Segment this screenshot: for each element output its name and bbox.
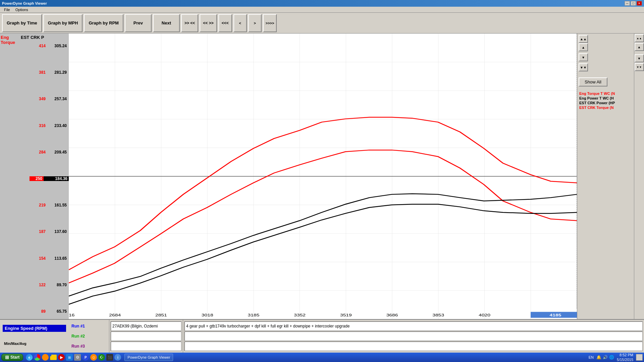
bottom-area: Engine Speed (RPM) Min/Max/Avg Run #1 Ru… [0,319,644,353]
run3-id[interactable]: Run #3 [70,342,108,351]
legend-est-crk-power[interactable]: EST CRK Power (HP [579,101,615,105]
menu-bar: File Options [0,7,644,13]
legend-eng-power[interactable]: Eng Power T WC (H [579,96,615,101]
run2-name[interactable] [111,331,181,341]
graph-by-rpm-button[interactable]: Graph by RPM [84,14,123,32]
taskbar-date: 5/15/2015 [617,357,633,362]
maximize-button[interactable]: □ [631,1,636,6]
scroll-down-button[interactable]: ▼ [579,53,588,61]
title-bar: PowerDyne Graph Viewer ─ □ ✕ [0,0,644,7]
run2-desc[interactable] [184,331,643,341]
graph-area: Eng Torque EST CRK P 414 305.24 381 281.… [0,34,644,319]
y-tick-3: 316 233.40 [0,123,69,128]
scroll-left-right-button[interactable]: << >> [200,14,217,32]
legend: Eng Torque T WC (N Eng Power T WC (H EST… [579,91,615,110]
menu-options[interactable]: Options [13,7,31,12]
svg-text:4020: 4020 [479,313,490,317]
minimize-button[interactable]: ─ [625,1,630,6]
y-tick-9: 122 89.70 [0,283,69,287]
svg-text:3018: 3018 [202,313,213,317]
taskbar-clock: 8:52 PM 5/15/2015 [617,353,633,362]
scroll-group-2: ▼ [579,53,588,61]
taskbar-icon-app3[interactable]: ☪ [98,353,106,361]
graph-by-time-button[interactable]: Graph by Time [2,14,42,32]
svg-text:2851: 2851 [155,313,167,317]
run1-name[interactable]: 27AEK99 (Bilgin, Ozdemi [111,321,181,331]
y-tick-10: 89 65.75 [0,309,69,314]
scroll-right-left-button[interactable]: >> << [181,14,198,32]
far-scroll-up-top-button[interactable]: ▲▲ [635,34,644,42]
run3-desc[interactable] [184,342,643,351]
min-max-avg-label: Min/Max/Avg [3,340,66,348]
svg-text:3853: 3853 [432,313,444,317]
y-tick-5: 250 184.36 [0,176,69,181]
crosshair-red-val: 250 [30,176,44,181]
taskbar-icon-chrome[interactable] [33,353,41,361]
run-name-column: 27AEK99 (Bilgin, Ozdemi [109,320,183,353]
close-button[interactable]: ✕ [637,1,642,6]
run1-id[interactable]: Run #1 [70,321,108,331]
taskbar-icon-folder[interactable] [49,353,57,361]
scroll-up-top-button[interactable]: ▲▲ [579,35,588,43]
scroll-up-button[interactable]: ▲ [579,43,588,51]
y-tick-2: 349 257.34 [0,97,69,101]
legend-eng-torque[interactable]: Eng Torque T WC (N [579,91,615,96]
run1-desc[interactable]: 4 gear pull + gtb1749v turbocharger + dp… [184,321,643,331]
taskbar-icon-3[interactable] [41,353,49,361]
titlebar-controls: ─ □ ✕ [625,1,642,6]
show-desktop-button[interactable] [636,354,643,361]
run2-id[interactable]: Run #2 [70,331,108,341]
arrow-far-right-button[interactable]: >>>> [263,14,277,32]
scroll-far-left-button[interactable]: <<< [218,14,232,32]
taskbar-icon-media[interactable]: ▶ [57,353,65,361]
y-axis-left: Eng Torque EST CRK P 414 305.24 381 281.… [0,34,69,319]
show-all-button[interactable]: Show All [579,77,607,86]
graph-by-mph-button[interactable]: Graph by MPH [43,14,83,32]
app-title: PowerDyne Graph Viewer [2,1,47,5]
next-button[interactable]: Next [153,14,180,32]
taskbar-icon-app5[interactable]: i [114,353,122,361]
far-scroll-down-bottom-button[interactable]: ▼▼ [635,63,644,71]
taskbar-icon-windows[interactable]: ⊞ [65,353,73,361]
taskbar-icon-internet-explorer[interactable]: e [25,353,33,361]
taskbar-icon-app4[interactable]: ⬛ [106,353,114,361]
y-tick-1: 381 281.29 [0,70,69,75]
start-button[interactable]: ⊞ Start [1,354,23,361]
far-scroll-up-button[interactable]: ▲ [635,43,644,51]
prev-button[interactable]: Prev [125,14,152,32]
y-tick-6: 219 161.55 [0,203,69,207]
taskbar-right: EN 🔔 🔊 🌐 8:52 PM 5/15/2015 [589,353,643,362]
svg-text:3686: 3686 [386,313,398,317]
scroll-down-bottom-button[interactable]: ▼▼ [579,63,588,71]
svg-text:3352: 3352 [294,313,306,317]
taskbar-time: 8:52 PM [617,353,633,357]
graph-canvas[interactable]: 2516 2684 2851 3018 3185 3352 3519 3686 … [69,34,577,319]
svg-text:2684: 2684 [109,313,121,317]
svg-text:2516: 2516 [69,313,74,317]
scroll-group-3: ▼▼ [579,63,588,71]
svg-text:3519: 3519 [340,313,352,317]
y-tick-8: 154 113.65 [0,256,69,261]
est-crk-header: EST CRK P [20,35,54,45]
run3-name[interactable] [111,342,181,351]
graph-svg: 2516 2684 2851 3018 3185 3352 3519 3686 … [69,34,577,319]
taskbar-language: EN [589,355,594,359]
run-id-column: Run #1 Run #2 Run #3 [69,320,109,353]
arrow-right-button[interactable]: > [248,14,262,32]
far-right-panel: ▲▲ ▲ ▼ ▼▼ [634,34,644,319]
arrow-left-button[interactable]: < [233,14,247,32]
taskbar: ⊞ Start e ▶ ⊞ ⚙ P ☺ ☪ ⬛ i PowerDyne Grap… [0,353,644,362]
active-window[interactable]: PowerDyne Graph Viewer [124,354,173,361]
menu-file[interactable]: File [1,7,13,12]
far-scroll-down-button[interactable]: ▼ [635,54,644,62]
taskbar-icons-tray: 🔔 🔊 🌐 [596,355,614,360]
run-desc-column: 4 gear pull + gtb1749v turbocharger + dp… [183,320,644,353]
crosshair-black-val: 184.36 [44,176,69,181]
taskbar-icon-app2[interactable]: ☺ [90,353,98,361]
taskbar-icon-app1[interactable]: P [82,353,90,361]
legend-est-crk-torque[interactable]: EST CRK Torque (N [579,105,615,110]
svg-text:3185: 3185 [248,313,260,317]
y-tick-4: 284 209.45 [0,150,69,155]
y-tick-7: 187 137.60 [0,229,69,234]
taskbar-icon-tool[interactable]: ⚙ [73,353,82,361]
